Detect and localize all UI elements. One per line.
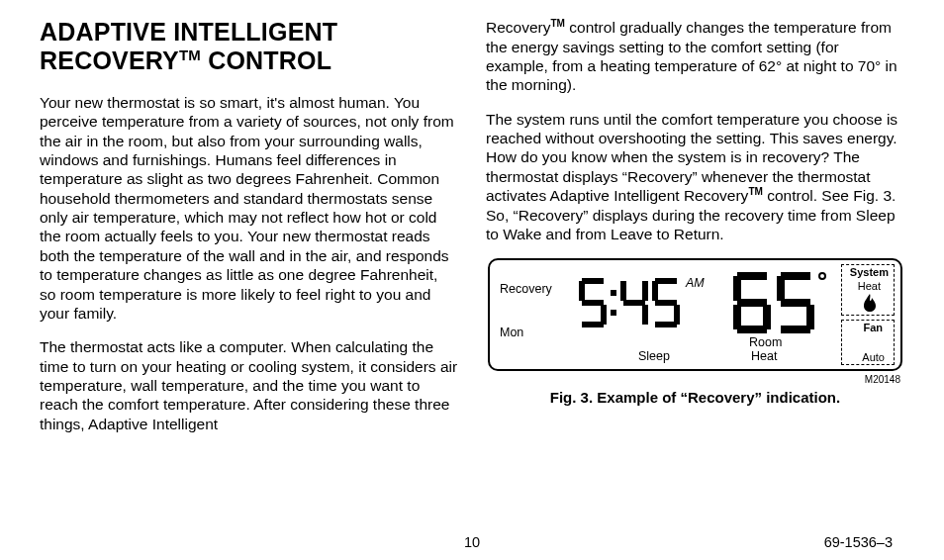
document-number: 69-1536–3 (824, 534, 944, 550)
room-label: Room (749, 335, 782, 349)
left-column: ADAPTIVE INTELLIGENT RECOVERYTM CONTROL … (40, 18, 458, 448)
time-digit-3 (652, 278, 680, 327)
fan-label: Fan (863, 322, 883, 333)
col2-para1: RecoveryTM control gradually changes the… (486, 18, 904, 95)
figure-3: Recovery Mon AM Sleep (486, 258, 904, 406)
fan-auto-label: Auto (862, 351, 885, 363)
degree-symbol (818, 272, 826, 280)
heading-control: CONTROL (201, 47, 331, 74)
time-digit-1 (579, 278, 607, 327)
system-heat-label: Heat (858, 280, 881, 292)
day-label: Mon (500, 326, 523, 339)
page-number: 10 (464, 534, 480, 550)
section-heading: ADAPTIVE INTELLIGENT RECOVERYTM CONTROL (40, 18, 458, 75)
flame-icon (863, 294, 877, 312)
col2-para2: The system runs until the comfort temper… (486, 110, 904, 244)
figure-caption: Fig. 3. Example of “Recovery” indication… (486, 389, 904, 406)
heading-line1: ADAPTIVE INTELLIGENT (40, 18, 337, 46)
thermostat-display: Recovery Mon AM Sleep (488, 258, 902, 371)
sleep-label: Sleep (638, 349, 670, 363)
system-label: System (850, 266, 889, 278)
heat-under-room: Heat (751, 349, 777, 363)
col1-para2: The thermostat acts like a computer. Whe… (40, 337, 458, 433)
right-column: RecoveryTM control gradually changes the… (486, 18, 904, 448)
figure-code: M20148 (486, 374, 900, 385)
temp-digit-2 (777, 272, 814, 333)
tm-mark: TM (179, 47, 201, 63)
time-digit-2 (620, 278, 648, 327)
time-colon (611, 278, 616, 327)
heading-recovery: RECOVERY (40, 47, 179, 74)
temp-digit-1 (733, 272, 771, 333)
am-label: AM (686, 276, 705, 290)
col1-para1: Your new thermostat is so smart, it's al… (40, 93, 458, 324)
page-footer: 10 69-1536–3 (0, 534, 944, 550)
recovery-indicator: Recovery (500, 282, 552, 296)
